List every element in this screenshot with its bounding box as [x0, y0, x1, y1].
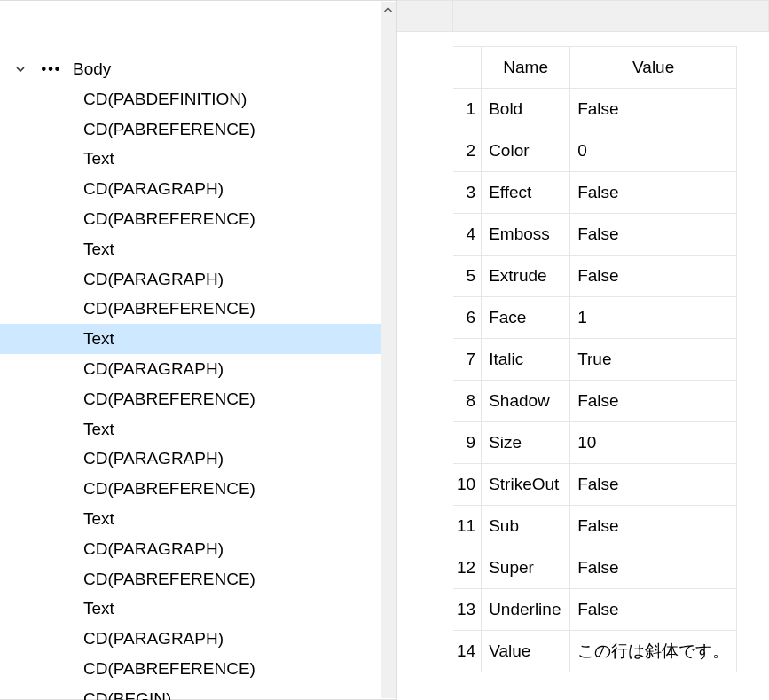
tree-root-label: Body [73, 59, 111, 79]
table-row[interactable]: 7ItalicTrue [453, 339, 737, 381]
prop-value[interactable]: False [570, 256, 737, 297]
prop-name: Emboss [482, 214, 570, 256]
scroll-up-button[interactable] [381, 2, 396, 17]
properties-table[interactable]: Name Value 1BoldFalse2Color03EffectFalse… [453, 46, 737, 672]
tree-item-label: Text [83, 149, 114, 168]
tree-item-label: Text [83, 240, 114, 258]
row-number: 10 [453, 464, 482, 506]
tree-item-label: CD(PABREFERENCE) [83, 299, 255, 318]
splitter-area [397, 0, 453, 700]
prop-name: Color [482, 130, 570, 172]
tree-item[interactable]: Text [0, 144, 381, 174]
col-header-name[interactable]: Name [482, 47, 570, 89]
table-row[interactable]: 11SubFalse [453, 506, 737, 547]
prop-name: Size [482, 422, 570, 464]
table-row[interactable]: 5ExtrudeFalse [453, 256, 737, 297]
tree-item-label: Text [83, 329, 114, 348]
prop-value[interactable]: False [570, 506, 737, 547]
table-row[interactable]: 4EmbossFalse [453, 214, 737, 256]
tree-item[interactable]: CD(PABREFERENCE) [0, 474, 381, 504]
row-number: 6 [453, 297, 482, 339]
row-number: 13 [453, 589, 482, 631]
prop-name: Italic [482, 339, 570, 381]
toolbar-strip [453, 0, 769, 32]
tree-item-label: CD(PARAGRAPH) [83, 179, 224, 198]
tree-item[interactable]: CD(PABREFERENCE) [0, 204, 381, 234]
tree-item[interactable]: CD(PABREFERENCE) [0, 114, 381, 145]
table-row[interactable]: 6Face1 [453, 297, 737, 339]
tree-item-label: CD(PABREFERENCE) [83, 570, 255, 588]
properties-panel: Name Value 1BoldFalse2Color03EffectFalse… [453, 0, 769, 700]
row-number: 12 [453, 547, 482, 589]
tree-item[interactable]: Text [0, 594, 381, 624]
tree-item[interactable]: CD(PABDEFINITION) [0, 84, 381, 114]
prop-value[interactable]: False [570, 89, 737, 130]
prop-value[interactable]: True [570, 339, 737, 381]
prop-value[interactable]: 0 [570, 130, 737, 172]
prop-name: StrikeOut [482, 464, 570, 506]
chevron-down-icon[interactable] [14, 63, 27, 75]
tree-item[interactable]: Text [0, 234, 381, 264]
tree-item[interactable]: CD(PARAGRAPH) [0, 534, 381, 564]
row-number: 3 [453, 172, 482, 214]
vertical-scrollbar[interactable] [381, 2, 396, 698]
row-number: 8 [453, 381, 482, 422]
row-number: 7 [453, 339, 482, 381]
tree-item[interactable]: CD(PARAGRAPH) [0, 444, 381, 474]
table-corner [453, 47, 482, 89]
prop-value[interactable]: 1 [570, 297, 737, 339]
table-row[interactable]: 1BoldFalse [453, 89, 737, 130]
tree-item-label: CD(PARAGRAPH) [83, 539, 224, 558]
prop-value[interactable]: False [570, 214, 737, 256]
tree-view[interactable]: ••• Body CD(PABDEFINITION)CD(PABREFERENC… [0, 1, 381, 700]
prop-name: Extrude [482, 256, 570, 297]
table-row[interactable]: 8ShadowFalse [453, 381, 737, 422]
prop-value[interactable]: False [570, 172, 737, 214]
row-number: 14 [453, 631, 482, 672]
table-row[interactable]: 13UnderlineFalse [453, 589, 737, 631]
tree-item[interactable]: CD(PABREFERENCE) [0, 564, 381, 594]
tree-item-label: CD(PABDEFINITION) [83, 90, 247, 108]
tree-item[interactable]: Text [0, 414, 381, 444]
table-row[interactable]: 2Color0 [453, 130, 737, 172]
prop-value[interactable]: False [570, 381, 737, 422]
prop-value[interactable]: この行は斜体です。 [570, 631, 737, 672]
ellipsis-icon: ••• [37, 62, 66, 76]
tree-item-label: CD(PARAGRAPH) [83, 629, 224, 648]
tree-item-label: Text [83, 599, 114, 617]
tree-item-label: CD(PABREFERENCE) [83, 479, 255, 498]
tree-item[interactable]: CD(PABREFERENCE) [0, 384, 381, 414]
prop-value[interactable]: False [570, 589, 737, 631]
table-row[interactable]: 14Valueこの行は斜体です。 [453, 631, 737, 672]
table-row[interactable]: 12SuperFalse [453, 547, 737, 589]
table-row[interactable]: 3EffectFalse [453, 172, 737, 214]
col-header-value[interactable]: Value [570, 47, 737, 89]
prop-value[interactable]: 10 [570, 422, 737, 464]
prop-name: Shadow [482, 381, 570, 422]
tree-item[interactable]: CD(PABREFERENCE) [0, 654, 381, 684]
prop-name: Bold [482, 89, 570, 130]
tree-item[interactable]: CD(PARAGRAPH) [0, 354, 381, 384]
tree-item[interactable]: CD(PABREFERENCE) [0, 294, 381, 324]
prop-name: Effect [482, 172, 570, 214]
prop-name: Sub [482, 506, 570, 547]
prop-name: Value [482, 631, 570, 672]
tree-root-item[interactable]: ••• Body [0, 54, 381, 84]
prop-value[interactable]: False [570, 464, 737, 506]
table-row[interactable]: 10StrikeOutFalse [453, 464, 737, 506]
tree-item-label: CD(PARAGRAPH) [83, 449, 224, 468]
prop-value[interactable]: False [570, 547, 737, 589]
tree-item[interactable]: Text [0, 324, 381, 354]
tree-item[interactable]: CD(PARAGRAPH) [0, 624, 381, 654]
tree-item[interactable]: CD(BEGIN) [0, 684, 381, 700]
table-row[interactable]: 9Size10 [453, 422, 737, 464]
row-number: 9 [453, 422, 482, 464]
tree-item-label: CD(PABREFERENCE) [83, 209, 255, 228]
prop-name: Face [482, 297, 570, 339]
prop-name: Underline [482, 589, 570, 631]
tree-item-label: CD(PARAGRAPH) [83, 359, 224, 378]
tree-item[interactable]: CD(PARAGRAPH) [0, 174, 381, 204]
tree-item[interactable]: Text [0, 504, 381, 534]
tree-item-label: CD(PABREFERENCE) [83, 120, 255, 138]
tree-item[interactable]: CD(PARAGRAPH) [0, 264, 381, 295]
